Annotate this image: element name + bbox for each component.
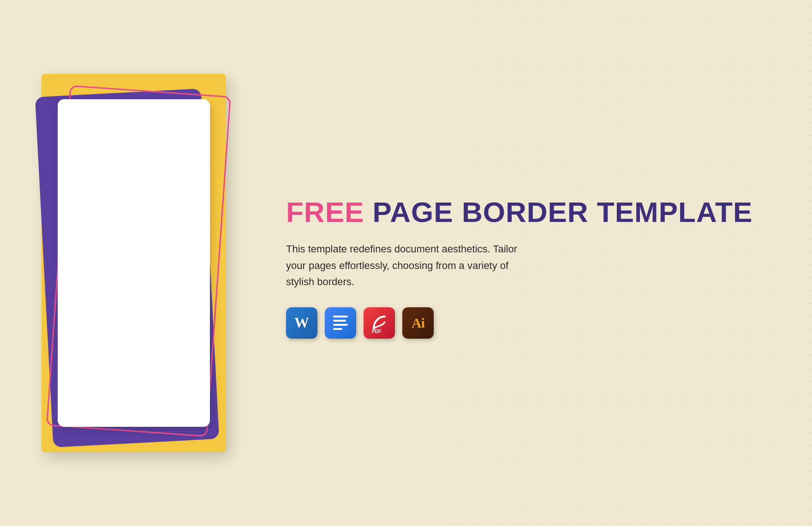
docs-lines: [329, 312, 352, 334]
headline-rest: PAGE BORDER TEMPLATE: [364, 196, 752, 228]
docs-app-icon[interactable]: [325, 307, 356, 339]
text-content: FREE PAGE BORDER TEMPLATE This template …: [286, 187, 784, 339]
headline-free: FREE: [286, 196, 364, 228]
app-icons-row: W PDF: [286, 307, 784, 339]
pdf-icon-svg: PDF: [369, 313, 389, 333]
docs-line-3: [333, 324, 348, 326]
description-text: This template redefines document aesthet…: [286, 241, 526, 290]
main-headline: FREE PAGE BORDER TEMPLATE: [286, 197, 784, 228]
pdf-app-icon[interactable]: PDF: [364, 307, 395, 339]
ai-text-label: Ai: [412, 315, 424, 331]
word-app-icon[interactable]: W: [286, 307, 317, 339]
ai-app-icon[interactable]: Ai: [402, 307, 434, 339]
white-document-card: [58, 99, 210, 427]
docs-line-2: [333, 320, 346, 322]
docs-line-4: [333, 328, 342, 330]
document-preview: [28, 60, 240, 466]
content-wrapper: FREE PAGE BORDER TEMPLATE This template …: [0, 0, 812, 526]
word-letter: W: [294, 314, 309, 331]
svg-text:PDF: PDF: [372, 329, 381, 333]
docs-line-1: [333, 316, 348, 317]
